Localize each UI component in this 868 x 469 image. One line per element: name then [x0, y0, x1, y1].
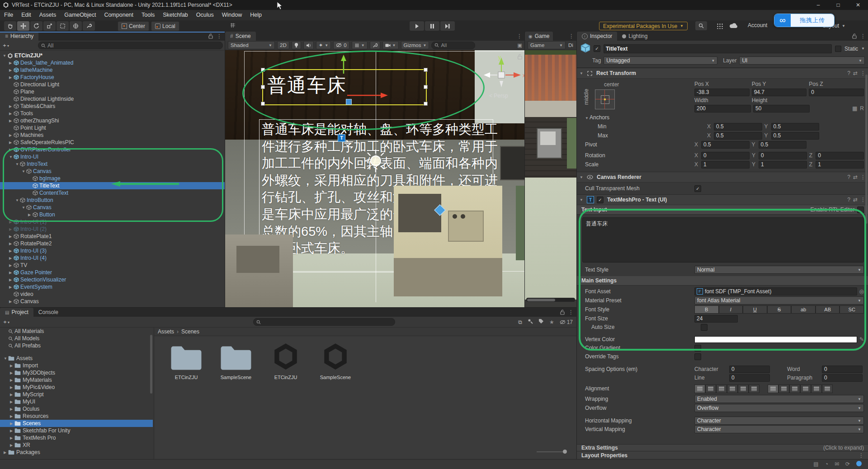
hierarchy-item-canvas[interactable]: ▶Canvas — [0, 298, 225, 305]
static-checkbox[interactable] — [835, 46, 841, 52]
project-item-scenes[interactable]: ▶Scenes — [0, 420, 153, 427]
shading-mode-dropdown[interactable]: Shaded▼ — [228, 41, 275, 49]
project-item-packages[interactable]: ▶Packages — [0, 449, 153, 456]
align-h-flush-button[interactable] — [738, 385, 749, 393]
align-v-middle-button[interactable] — [778, 385, 789, 393]
hierarchy-item-directional-light[interactable]: Directional Light — [0, 81, 225, 88]
eyedropper-icon[interactable]: ✎ — [859, 336, 864, 342]
layer-dropdown[interactable]: UI▼ — [739, 56, 865, 65]
width-field[interactable]: 200 — [694, 105, 751, 113]
camera-settings-dropdown[interactable]: ▼ — [382, 41, 399, 49]
open-in-new-icon[interactable]: ⧉ — [518, 319, 522, 325]
asset-etcinzju-folder[interactable]: ETCinZJU — [165, 344, 208, 380]
breadcrumb-scenes[interactable]: Scenes — [181, 328, 199, 335]
color-gradient-checkbox[interactable] — [694, 345, 701, 352]
anchor-min-y[interactable]: 0.5 — [771, 123, 819, 131]
menu-oculus[interactable]: Oculus — [192, 10, 218, 20]
lock-icon[interactable] — [852, 33, 857, 39]
menu-component[interactable]: Component — [100, 10, 137, 20]
play-button[interactable] — [410, 21, 424, 31]
presets-icon[interactable]: ⇄ — [853, 197, 858, 203]
project-item-assets[interactable]: ▼Assets — [0, 355, 153, 362]
component-enabled-checkbox[interactable]: ✓ — [597, 197, 604, 203]
grid-snap-button[interactable] — [230, 22, 236, 30]
project-item-import[interactable]: ▶Import — [0, 362, 153, 369]
status-package-icon[interactable]: ▤ — [813, 461, 818, 467]
pos-y-field[interactable]: 94.7 — [752, 89, 807, 96]
align-v-baseline-button[interactable] — [800, 385, 811, 393]
hidden-count-badge[interactable]: 17 — [560, 319, 573, 325]
object-picker-icon[interactable]: ◎ — [859, 288, 864, 295]
cloud-icon[interactable] — [729, 22, 738, 30]
search-button[interactable] — [695, 21, 707, 30]
project-item-all-models[interactable]: All Models — [0, 335, 153, 342]
rotation-y[interactable]: 0 — [759, 152, 807, 159]
hierarchy-item-ovrplavercontroller[interactable]: ▶OVRPlaverController — [0, 146, 225, 153]
kebab-menu-icon[interactable]: ⋮ — [568, 309, 574, 315]
pos-x-field[interactable]: -38.3 — [694, 89, 750, 96]
favorites-star-icon[interactable]: ★ — [549, 319, 554, 325]
project-item-xr[interactable]: ▶XR — [0, 441, 153, 449]
minimize-button[interactable]: – — [808, 0, 828, 10]
hierarchy-item-tv[interactable]: ▶TV — [0, 262, 225, 269]
material-preset-dropdown[interactable]: font Atlas Material▼ — [694, 296, 864, 305]
project-item-resources[interactable]: ▶Resources — [0, 413, 153, 420]
menu-help[interactable]: Help — [246, 10, 266, 20]
font-style-s-button[interactable]: S — [767, 305, 792, 314]
anchor-min-x[interactable]: 0.5 — [714, 123, 762, 131]
step-button[interactable] — [440, 21, 455, 31]
help-icon[interactable]: ? — [847, 70, 850, 76]
hierarchy-item-button[interactable]: ▶Button — [0, 211, 225, 218]
overlay-icon[interactable]: ▣ — [517, 42, 522, 48]
character-spacing-field[interactable]: 0 — [729, 366, 770, 373]
asset-labels-icon[interactable] — [528, 319, 533, 325]
font-style-b-button[interactable]: B — [694, 305, 719, 314]
custom-tool-button[interactable] — [83, 21, 95, 31]
help-icon[interactable]: ? — [847, 197, 850, 203]
font-style-ab-button[interactable]: ab — [791, 305, 816, 314]
hierarchy-item-video[interactable]: video — [0, 291, 225, 298]
hierarchy-item-gaze-pointer[interactable]: ▶Gaze Pointer — [0, 269, 225, 276]
scale-tool-button[interactable] — [43, 21, 56, 31]
vertex-color-swatch[interactable] — [694, 336, 857, 343]
hierarchy-item-intro-ui-3-[interactable]: ▶Intro-UI (3) — [0, 247, 225, 254]
menu-file[interactable]: File — [0, 10, 17, 20]
anchor-max-y[interactable]: 0.5 — [771, 132, 819, 140]
hierarchy-item-tables-chairs[interactable]: ▶Tables&Chairs — [0, 103, 225, 110]
align-v-midline-button[interactable] — [811, 385, 822, 393]
scene-lighting-toggle[interactable] — [292, 41, 301, 49]
chevron-down-icon[interactable]: ▼ — [861, 47, 865, 51]
align-v-capline-button[interactable] — [822, 385, 833, 393]
text-style-dropdown[interactable]: Normal▼ — [694, 266, 864, 274]
tag-icon[interactable] — [538, 319, 544, 325]
raw-edit-icon[interactable]: R — [860, 105, 864, 112]
hierarchy-item-selectionvisualizer[interactable]: ▶SelectionVisualizer — [0, 276, 225, 283]
hierarchy-item-tools[interactable]: ▶Tools — [0, 110, 225, 117]
cull-transparent-mesh-checkbox[interactable]: ✓ — [694, 185, 701, 192]
hierarchy-item-canvas[interactable]: ▼Canvas — [0, 168, 225, 175]
hierarchy-item-eventsystem[interactable]: ▶EventSystem — [0, 283, 225, 291]
status-refresh-icon[interactable]: ⟳ — [845, 461, 850, 467]
status-activity-icon[interactable] — [856, 461, 862, 466]
asset-etcinzju-scene[interactable]: ETCinZJU — [264, 342, 307, 380]
hierarchy-item-otherzhuangshi[interactable]: ▶otherZhuangShi — [0, 117, 225, 124]
presets-icon[interactable]: ⇄ — [853, 174, 858, 180]
kebab-menu-icon[interactable]: ⋮ — [217, 33, 222, 39]
align-v-bottom-button[interactable] — [789, 385, 800, 393]
effects-dropdown[interactable]: ✦▼ — [316, 41, 331, 49]
font-asset-field[interactable]: Ffont SDF (TMP_Font Asset) — [694, 287, 857, 295]
project-item-mymaterials[interactable]: ▶MyMaterials — [0, 376, 153, 384]
project-item-oculus[interactable]: ▶Oculus — [0, 405, 153, 413]
text-input-textarea[interactable]: 普通车床 — [582, 217, 864, 263]
help-icon[interactable]: ? — [847, 174, 850, 180]
scene-visibility-toggle[interactable]: 0 — [333, 41, 349, 49]
component-tools-button[interactable] — [370, 41, 380, 49]
hierarchy-search-input[interactable]: All — [38, 42, 223, 49]
rotation-z[interactable]: 0 — [816, 152, 864, 159]
hierarchy-item-contenttext[interactable]: ContentText — [0, 189, 225, 197]
create-asset-button[interactable]: ＋▾ — [2, 318, 9, 326]
status-bell-icon[interactable]: ◔ — [825, 461, 828, 467]
pos-z-field[interactable]: 0 — [809, 89, 864, 96]
align-h-center-button[interactable] — [705, 385, 716, 393]
kebab-menu-icon[interactable]: ⋮ — [860, 33, 866, 39]
